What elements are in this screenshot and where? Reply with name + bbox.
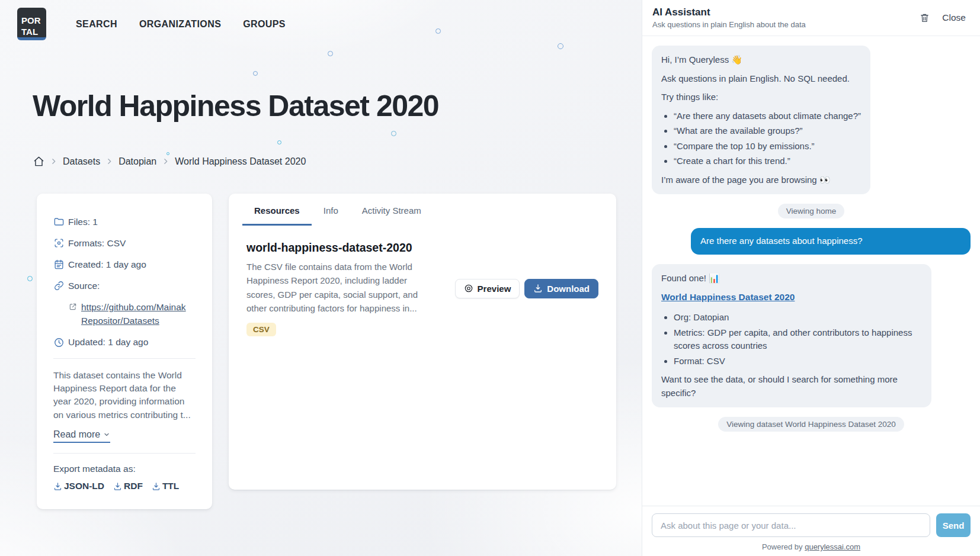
chevron-right-icon [162,158,169,165]
dataset-description: This dataset contains the World Happines… [53,369,196,422]
source-link-row: https://github.com/MainakRepositor/Datas… [69,300,196,328]
resource-description: The CSV file contains data from the Worl… [246,260,436,316]
download-icon [533,284,543,293]
powered-by: Powered by querylessai.com [652,542,971,551]
breadcrumb-home-icon[interactable] [33,156,44,167]
chat-input[interactable] [652,513,930,537]
ai-assistant-titles: AI Assistant Ask questions in plain Engl… [652,7,806,29]
ai-assistant-panel: AI Assistant Ask questions in plain Engl… [642,0,980,556]
resource-name: world-happiness-dataset-2020 [246,241,436,255]
breadcrumb-current-page: World Happiness Dataset 2020 [175,156,306,167]
export-rdf-link[interactable]: RDF [113,481,143,491]
decor-dot [391,131,396,136]
chat-input-row: Send [652,513,971,537]
result-intro: Found one! 📊 [661,272,922,285]
suggestion-item: “Create a chart for this trend.” [674,155,861,168]
top-navigation: POR TAL SEARCH ORGANIZATIONS GROUPS [17,8,286,40]
suggestion-item: “What are the available groups?” [674,124,861,138]
ai-assistant-subtitle: Ask questions in plain English about the… [652,20,806,29]
suggestion-list: “Are there any datasets about climate ch… [661,110,861,168]
breadcrumb-datopian[interactable]: Datopian [119,156,156,167]
assistant-welcome-message: Hi, I’m Queryless 👋 Ask questions in pla… [652,46,870,194]
divider [53,358,196,359]
context-pill-viewing-dataset: Viewing dataset World Happiness Dataset … [718,417,904,432]
export-metadata-label: Export metadata as: [53,464,196,474]
logo-line: TAL [21,27,46,38]
chat-footer: Send Powered by querylessai.com [642,506,980,556]
ai-assistant-header: AI Assistant Ask questions in plain Engl… [642,0,980,36]
formats-value: Formats: CSV [68,238,126,249]
page-title: World Happiness Dataset 2020 [33,89,438,123]
download-icon [152,482,161,491]
decor-dot [27,276,33,281]
folder-icon [53,216,65,227]
decor-dot [558,43,563,49]
content-row: Files: 1 Formats: CSV Created: 1 day ago… [37,194,616,509]
trash-icon [920,12,930,23]
ai-assistant-actions: Close [920,12,966,23]
dataset-info-card: Files: 1 Formats: CSV Created: 1 day ago… [37,194,212,509]
main-content-area: POR TAL SEARCH ORGANIZATIONS GROUPS Worl… [0,0,642,556]
logo-line: POR [21,15,46,27]
main-nav: SEARCH ORGANIZATIONS GROUPS [76,19,286,30]
result-bullet: Format: CSV [674,355,922,368]
nav-item-organizations[interactable]: ORGANIZATIONS [139,19,221,30]
decor-dot [253,71,258,76]
close-panel-button[interactable]: Close [942,12,966,23]
result-bullet: Org: Datopian [674,311,922,324]
eye-icon [464,284,473,293]
export-ttl-link[interactable]: TTL [152,481,179,491]
result-bullet: Metrics: GDP per capita, and other contr… [674,326,922,353]
formats-row: Formats: CSV [53,237,196,249]
preview-button[interactable]: Preview [455,279,520,298]
breadcrumb-datasets[interactable]: Datasets [63,156,100,167]
welcome-line: Try things like: [661,91,861,104]
files-value: Files: 1 [68,217,98,227]
suggestion-item: “Compare the top 10 by emissions.” [674,140,861,153]
welcome-greeting: Hi, I’m Queryless 👋 [661,53,861,67]
decor-dot [328,51,333,56]
resource-actions: Preview Download [455,279,598,298]
tab-resources[interactable]: Resources [242,194,312,226]
resource-details: world-happiness-dataset-2020 The CSV fil… [246,241,436,336]
breadcrumb: Datasets Datopian World Happiness Datase… [33,156,306,167]
tab-info[interactable]: Info [312,194,350,226]
source-row: Source: [53,280,196,291]
dataset-result-link[interactable]: World Happiness Dataset 2020 [661,290,795,304]
export-jsonld-link[interactable]: JSON-LD [53,481,104,491]
portal-logo[interactable]: POR TAL [17,8,46,40]
chevron-right-icon [50,158,57,165]
export-links-row: JSON-LD RDF TTL [53,481,196,491]
clock-icon [53,337,65,348]
link-icon [53,280,65,291]
clear-chat-button[interactable] [920,12,930,23]
created-value: Created: 1 day ago [68,259,146,270]
result-outro: Want to see the data, or should I search… [661,373,922,400]
download-icon [53,482,62,491]
tabs-bar: Resources Info Activity Stream [229,194,616,226]
download-button[interactable]: Download [524,279,598,298]
nav-item-groups[interactable]: GROUPS [243,19,286,30]
format-scan-icon [53,237,65,249]
decor-dot [435,28,441,34]
nav-item-search[interactable]: SEARCH [76,19,117,30]
send-button[interactable]: Send [936,513,971,537]
read-more-link[interactable]: Read more [53,429,110,443]
source-url-link[interactable]: https://github.com/MainakRepositor/Datas… [81,300,189,328]
user-message: Are there any datasets about happiness? [691,228,971,255]
external-link-icon [69,303,77,328]
tab-activity-stream[interactable]: Activity Stream [350,194,433,226]
format-badge: CSV [246,323,276,336]
powered-by-prefix: Powered by [762,542,803,551]
result-bullet-list: Org: Datopian Metrics: GDP per capita, a… [661,311,922,368]
resource-list-item: world-happiness-dataset-2020 The CSV fil… [229,241,616,336]
welcome-line: I’m aware of the page you are browsing 👀 [661,173,861,187]
powered-by-link[interactable]: querylessai.com [805,542,860,551]
divider [53,453,196,454]
welcome-line: Ask questions in plain English. No SQL n… [661,72,861,86]
updated-row: Updated: 1 day ago [53,337,196,348]
decor-dot [166,152,169,155]
resources-card: Resources Info Activity Stream world-hap… [229,194,616,490]
source-label: Source: [68,281,100,291]
decor-dot [277,140,281,144]
